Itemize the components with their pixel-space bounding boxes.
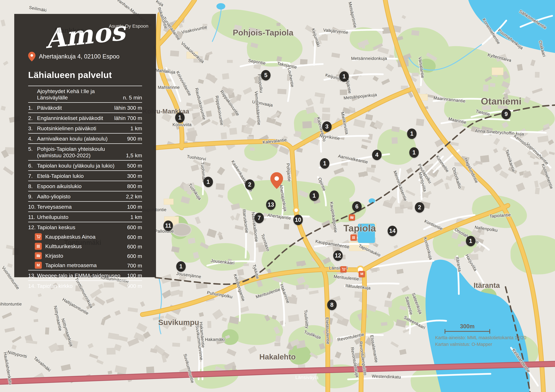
service-distance: 500 m: [124, 163, 142, 169]
service-distance: 900 m: [124, 135, 142, 142]
service-distance: 100 m: [124, 204, 142, 210]
service-row: Ajoyhteydet Kehä I:lle ja Länsiväylällen…: [28, 86, 142, 102]
service-number: 2.: [28, 115, 37, 121]
numbered-map-marker[interactable]: 13: [266, 200, 276, 210]
service-row: 2.Englanninkieliset päiväkoditlähin 700 …: [28, 113, 142, 123]
service-distance: 900 m: [124, 283, 142, 289]
service-row: 11.Urheilupuisto1 km: [28, 212, 142, 222]
service-row: 7.Etelä-Tapiolan lukio300 m: [28, 170, 142, 181]
service-label: Tapiolan kirkko: [37, 283, 124, 289]
service-label: Terveysasema: [37, 204, 124, 210]
service-label: Englanninkieliset päiväkodit: [37, 115, 111, 121]
service-row: 12.Tapiolan keskus600 m: [28, 222, 142, 232]
service-label: Espoon aikuislukio: [37, 183, 124, 189]
numbered-map-marker[interactable]: 1: [409, 147, 419, 158]
service-label: Aalto-yliopisto: [37, 193, 123, 200]
service-label: Tapiolan metroasema: [45, 262, 124, 268]
service-distance: 700 m: [124, 262, 142, 269]
service-number: 3.: [28, 125, 37, 131]
service-number: 14.: [28, 283, 37, 289]
books-icon: [36, 253, 41, 258]
service-row: 14.Tapiolan kirkko900 m: [28, 280, 142, 291]
service-label: Ajoyhteydet Kehä I:lle ja Länsiväylälle: [37, 88, 120, 101]
numbered-map-marker[interactable]: 1: [407, 128, 416, 139]
service-label: Päiväkodit: [37, 105, 111, 111]
property-location-pin[interactable]: [270, 172, 283, 190]
service-distance: 300 m: [124, 173, 142, 179]
service-distance: 600 m: [124, 224, 142, 230]
service-label: Etelä-Tapiolan lukio: [37, 173, 124, 179]
numbered-map-marker[interactable]: 6: [352, 201, 362, 212]
service-distance: 800 m: [124, 183, 142, 189]
location-pin-icon: [28, 52, 36, 62]
scale-bar: 300m: [445, 323, 490, 332]
service-number: 5.: [28, 146, 37, 152]
service-distance: lähin 300 m: [111, 105, 142, 111]
poi-grid-icon[interactable]: [351, 235, 357, 241]
service-row: 4.Aarnivalkean koulu (alakoulu)900 m: [28, 133, 142, 143]
numbered-map-marker[interactable]: 4: [372, 150, 382, 160]
address: Ahertajankuja 4, 02100 Espoo: [39, 53, 119, 60]
ghost-district-label: Mankkaa: [55, 27, 84, 35]
info-panel: Asunto Oy Espoon Amos Ahertajankuja 4, 0…: [14, 14, 156, 277]
ghost-district-label: Tontunmäki: [64, 239, 101, 246]
service-distance: n. 5 min: [120, 94, 142, 101]
attribution-line2: Kartan valmistus: O-Mapper: [435, 341, 526, 348]
service-row: 1.Päiväkoditlähin 300 m: [28, 102, 142, 113]
numbered-map-marker[interactable]: 5: [261, 70, 270, 80]
poi-cart-icon[interactable]: [340, 266, 347, 272]
numbered-map-marker[interactable]: 1: [309, 191, 319, 201]
numbered-map-marker[interactable]: 3: [322, 121, 332, 132]
service-label: Tapiolan koulu (yläkoulu ja lukio): [37, 163, 124, 169]
service-subrow: MTapiolan metroasema700 m: [28, 261, 142, 270]
service-distance: lähin 700 m: [111, 115, 142, 121]
cart-icon: [36, 235, 41, 239]
scale-bar-line: [445, 331, 490, 332]
numbered-map-marker[interactable]: 1: [175, 112, 185, 123]
numbered-map-marker[interactable]: 1: [176, 261, 186, 272]
service-subrow: Kirjasto600 m: [28, 251, 142, 261]
numbered-map-marker[interactable]: 1: [320, 158, 329, 169]
numbered-map-marker[interactable]: 10: [293, 215, 303, 225]
metro-icon: M: [360, 272, 363, 276]
numbered-map-marker[interactable]: 12: [333, 250, 343, 261]
service-row: 6.Tapiolan koulu (yläkoulu ja lukio)500 …: [28, 160, 142, 170]
service-number: 9.: [28, 193, 37, 200]
numbered-map-marker[interactable]: 11: [163, 221, 173, 231]
service-distance: 100 m: [124, 272, 142, 279]
services-list: Ajoyhteydet Kehä I:lle ja Länsiväylällen…: [28, 86, 142, 291]
service-distance: 1,5 km: [123, 152, 142, 158]
numbered-map-marker[interactable]: 14: [388, 226, 397, 236]
numbered-map-marker[interactable]: 8: [327, 300, 337, 310]
service-label: Aarnivalkean koulu (alakoulu): [37, 135, 124, 142]
attribution-line1: Kartta-aineisto: MML maastotietokanta 12…: [435, 334, 526, 341]
service-label: Weegee-talo ja EMMA-taidemuseo: [37, 272, 124, 279]
service-distance: 1 km: [127, 125, 142, 131]
service-label: Tapiolan keskus: [37, 224, 124, 230]
service-number: 13.: [28, 272, 37, 279]
logo: Amos: [27, 17, 143, 53]
service-row: 10.Terveysasema100 m: [28, 201, 142, 212]
numbered-map-marker[interactable]: 2: [415, 202, 424, 213]
numbered-map-marker[interactable]: 1: [204, 177, 213, 187]
numbered-map-marker[interactable]: 2: [245, 179, 255, 190]
poi-metro-icon[interactable]: M: [359, 271, 365, 277]
service-label: Ruotsinkielinen päiväkoti: [37, 125, 127, 131]
books-icon: [350, 215, 354, 220]
grid-icon: [36, 244, 41, 249]
service-distance: 1 km: [127, 214, 142, 220]
poi-books-icon[interactable]: [349, 214, 355, 221]
numbered-map-marker[interactable]: 1: [466, 236, 475, 246]
numbered-map-marker[interactable]: 9: [501, 109, 511, 119]
service-label: Urheilupuisto: [37, 214, 127, 220]
numbered-map-marker[interactable]: 7: [254, 213, 264, 223]
service-row: 13.Weegee-talo ja EMMA-taidemuseo100 m: [28, 270, 142, 280]
service-number: 11.: [28, 214, 37, 220]
grid-icon: [351, 235, 356, 240]
service-label: Pohjois-Tapiolan yhteiskoulu(valmistuu 2…: [37, 146, 123, 158]
service-row: 5.Pohjois-Tapiolan yhteiskoulu(valmistuu…: [28, 143, 142, 160]
metro-icon: M: [37, 263, 40, 267]
scale-label: 300m: [445, 323, 490, 330]
service-row: 9.Aalto-yliopisto2,2 km: [28, 191, 142, 201]
numbered-map-marker[interactable]: 1: [339, 71, 349, 82]
